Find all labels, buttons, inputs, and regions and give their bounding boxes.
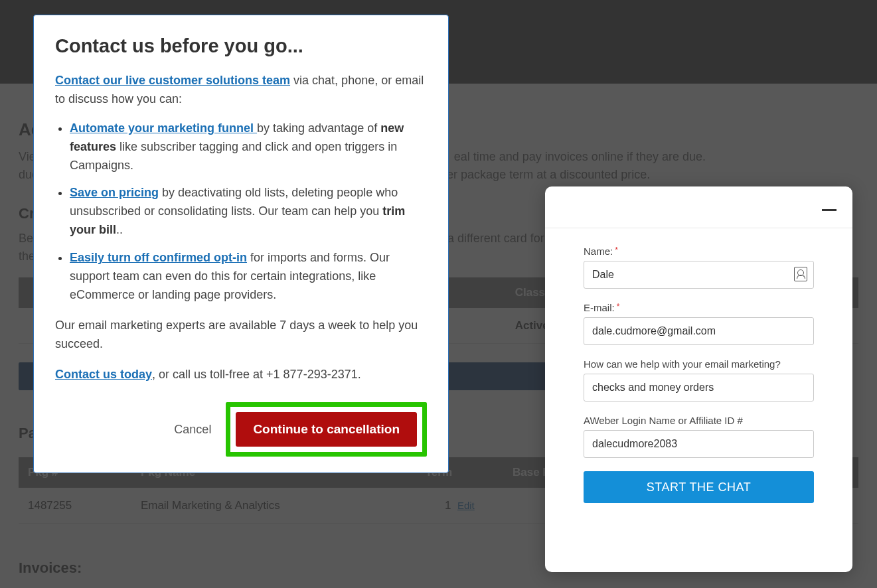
modal-actions: Cancel Continue to cancellation — [55, 402, 427, 457]
contact-team-link[interactable]: Contact our live customer solutions team — [55, 74, 290, 87]
chat-header — [545, 186, 852, 228]
help-label: How can we help with your email marketin… — [584, 358, 814, 370]
email-label: E-mail:* — [584, 302, 814, 313]
start-chat-button[interactable]: START THE CHAT — [584, 471, 814, 503]
list-item: Easily turn off confirmed opt-in for imp… — [70, 249, 427, 305]
cancellation-modal: Contact us before you go... Contact our … — [33, 15, 449, 473]
save-pricing-link[interactable]: Save on pricing — [70, 186, 159, 199]
modal-bullet-list: Automate your marketing funnel by taking… — [70, 119, 427, 305]
chat-form: Name:* E-mail:* How can we help with you… — [545, 228, 852, 503]
contact-card-icon — [794, 267, 807, 281]
continue-highlight: Continue to cancellation — [226, 402, 427, 457]
contact-today-link[interactable]: Contact us today — [55, 368, 152, 381]
cancel-button[interactable]: Cancel — [174, 423, 211, 437]
list-item: Save on pricing by deactivating old list… — [70, 184, 427, 240]
modal-intro: Contact our live customer solutions team… — [55, 72, 427, 109]
automate-funnel-link[interactable]: Automate your marketing funnel — [70, 121, 257, 135]
help-input[interactable] — [584, 374, 814, 402]
modal-contact-line: Contact us today, or call us toll-free a… — [55, 366, 427, 384]
login-input[interactable] — [584, 430, 814, 458]
modal-availability: Our email marketing experts are availabl… — [55, 317, 427, 354]
name-input[interactable] — [584, 261, 814, 289]
turnoff-optin-link[interactable]: Easily turn off confirmed opt-in — [70, 251, 247, 264]
minimize-icon[interactable] — [822, 209, 837, 211]
continue-cancellation-button[interactable]: Continue to cancellation — [236, 412, 417, 447]
email-input[interactable] — [584, 317, 814, 345]
modal-title: Contact us before you go... — [55, 35, 427, 57]
list-item: Automate your marketing funnel by taking… — [70, 119, 427, 175]
chat-widget: Name:* E-mail:* How can we help with you… — [545, 186, 852, 572]
name-label: Name:* — [584, 246, 814, 257]
login-label: AWeber Login Name or Affiliate ID # — [584, 415, 814, 426]
